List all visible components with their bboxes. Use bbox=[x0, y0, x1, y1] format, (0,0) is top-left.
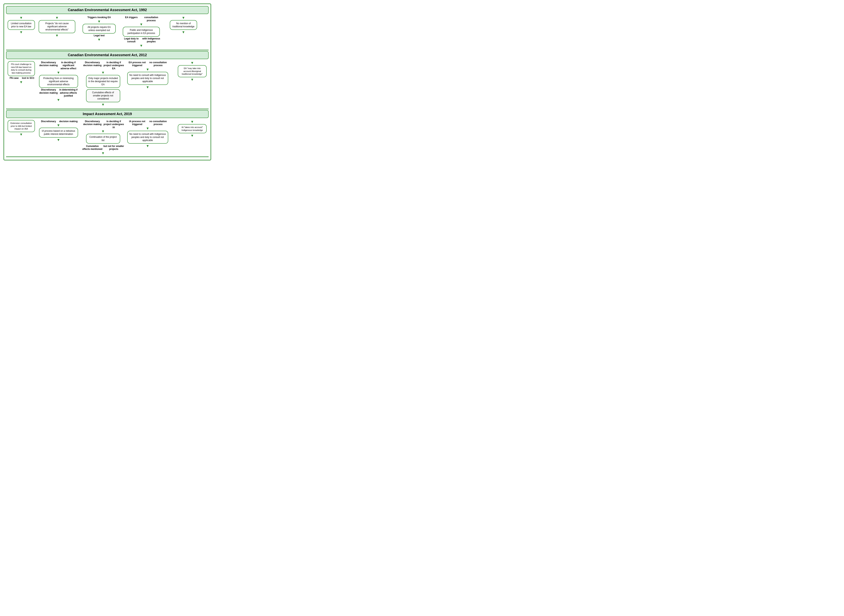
box-1992-col4: Public and Indigenous participation in E… bbox=[123, 27, 160, 37]
label-2012-deciding1: in deciding if significant adverse effec… bbox=[59, 61, 78, 70]
arrow-2019-col1-bottom: ▼ bbox=[19, 133, 23, 136]
arrow-2012-col2: ▼ bbox=[57, 71, 60, 74]
divider-2012-2019 bbox=[6, 109, 208, 109]
label-1992-col4-consult: consultation process bbox=[142, 16, 161, 22]
col4-2012: EA process not triggered no consultation… bbox=[127, 61, 169, 89]
label-2019-disc1: Discretionary bbox=[39, 120, 58, 123]
arrow-2012-col3: ▼ bbox=[101, 71, 105, 74]
col3-1992: Triggers invoking EA ▼ All projects requ… bbox=[78, 16, 120, 41]
box-2012-col4: No need to consult with Indigenous peopl… bbox=[127, 72, 168, 85]
box-2019-col1: Extensive consultation prior to IAA but … bbox=[7, 120, 35, 132]
label-2012-disc3: Discretionary decision making bbox=[82, 61, 103, 70]
box-2019-col5: IA "takes into account" Indigenous knowl… bbox=[178, 124, 207, 133]
col1-2012: FN court challenge to new EA law based o… bbox=[6, 61, 36, 84]
arrow-1992-col4-bottom: ▼ bbox=[139, 44, 143, 47]
arrow-2019-col4-bottom: ▼ bbox=[146, 144, 150, 148]
col2-2012-top-labels: Discretionary decision making in decidin… bbox=[39, 61, 78, 70]
label-2019-not-triggered: IA process not triggered bbox=[127, 120, 147, 126]
row-2019-body: Extensive consultation prior to IAA but … bbox=[6, 119, 208, 156]
arrow-2019-col4: ▼ bbox=[146, 127, 150, 130]
label-2019-no-consult: no consultation process bbox=[148, 120, 168, 126]
banner-2019: Impact Assessment Act, 2019 bbox=[6, 110, 208, 118]
arrow-2019-col2-bottom: ▼ bbox=[57, 138, 60, 142]
box-2012-col3-extra: Cumulative effects of smaller projects n… bbox=[86, 89, 120, 102]
col5-2019: ▼ IA "takes into account" Indigenous kno… bbox=[170, 120, 215, 138]
col4-1992: EA triggers consultation process ▼ Publi… bbox=[122, 16, 161, 47]
box-1992-col5: No mention of traditional knowledge bbox=[170, 20, 197, 30]
label-2012-disc1: Discretionary decision making bbox=[39, 61, 58, 70]
col2-2012-bottom-labels: Discretionary decision making in determi… bbox=[39, 88, 78, 98]
arrow-1992-col1-bottom: ▼ bbox=[19, 31, 23, 34]
label-2012-fn: FN case bbox=[10, 77, 19, 80]
arrow-1992-col4: ▼ bbox=[139, 23, 143, 26]
arrow-2012-col1-bottom: ▼ bbox=[19, 81, 23, 84]
row-1992-body: ▼ Limited consultation prior to new EA l… bbox=[6, 15, 208, 48]
banner-1992: Canadian Environmental Assessment Act, 1… bbox=[6, 6, 208, 14]
arrow-2019-col5: ▼ bbox=[191, 120, 194, 123]
arrow-1992-col3-bottom: ▼ bbox=[97, 38, 101, 41]
arrow-2019-col2: ▼ bbox=[57, 123, 60, 127]
arrow-1992-col5: ▼ bbox=[182, 16, 185, 19]
divider-1992-2012 bbox=[6, 50, 208, 50]
section-2012: Canadian Environmental Assessment Act, 2… bbox=[6, 51, 208, 107]
col3-2019: Discretionary decision making in decidin… bbox=[81, 120, 125, 155]
arrow-2012-col5: ▼ bbox=[191, 61, 194, 65]
arrow-2012-col4: ▼ bbox=[146, 68, 150, 71]
section-2019: Impact Assessment Act, 2019 Extensive co… bbox=[6, 110, 208, 156]
label-2012-no-consult: no consultation process bbox=[148, 61, 168, 67]
label-1992-col4-ea: EA triggers bbox=[122, 16, 141, 22]
box-2012-col3: Only major projects included in the desi… bbox=[86, 75, 120, 88]
col4-1992-top-labels: EA triggers consultation process bbox=[122, 16, 161, 22]
arrow-2019-col3-bottom: ▼ bbox=[101, 151, 105, 155]
label-1992-col4-indigenous: with Indigenous peoples bbox=[142, 37, 161, 43]
arrow-2019-col3: ▼ bbox=[101, 129, 105, 133]
col3-2012-top-labels: Discretionary decision making in decidin… bbox=[82, 61, 124, 70]
arrow-2019-col5-bottom: ▼ bbox=[191, 134, 194, 137]
box-1992-col2: Projects "do not cause significant adver… bbox=[39, 20, 75, 33]
col2-1992: ▼ Projects "do not cause significant adv… bbox=[37, 16, 76, 37]
label-2019-disc2: Discretionary decision making bbox=[82, 120, 103, 129]
section-1992: Canadian Environmental Assessment Act, 1… bbox=[6, 6, 208, 48]
box-2019-col2: IA process based on a nebulous public in… bbox=[39, 128, 78, 137]
box-2012-col2: Protecting from or minimizing significan… bbox=[39, 75, 78, 88]
col4-2019: IA process not triggered no consultation… bbox=[127, 120, 169, 148]
arrow-2012-col2-bottom: ▼ bbox=[57, 98, 60, 102]
col5-2012: ▼ EA "may take into account Aboriginal t… bbox=[170, 61, 215, 82]
box-2012-col1: FN court challenge to new EA law based o… bbox=[7, 61, 35, 76]
label-2012-scc: lost in SCC bbox=[22, 77, 34, 80]
label-1992-col3-top: Triggers invoking EA bbox=[87, 16, 111, 19]
label-1992-col3-bottom: Legal test bbox=[94, 34, 104, 37]
box-2019-col4: No need to consult with Indigenous peopl… bbox=[127, 131, 168, 144]
box-2019-col3: Continuation of the project list bbox=[86, 133, 120, 144]
col3-2012: Discretionary decision making in decidin… bbox=[81, 61, 125, 106]
label-2019-smaller: but not for smaller projects bbox=[103, 145, 124, 151]
row-2012-body: FN court challenge to new EA law based o… bbox=[6, 60, 208, 107]
arrow-1992-col2: ▼ bbox=[55, 16, 59, 19]
col1-1992: ▼ Limited consultation prior to new EA l… bbox=[6, 16, 36, 34]
box-1992-col3: All projects require EA unless exempted … bbox=[82, 24, 116, 34]
arrow-1992-col1: ▼ bbox=[19, 16, 23, 19]
label-2012-deciding2: in deciding if project undergoes EA bbox=[103, 61, 124, 70]
arrow-1992-col2-bottom: ▼ bbox=[55, 34, 59, 37]
col2-2012: Discretionary decision making in decidin… bbox=[37, 61, 79, 102]
arrow-2012-col5-bottom: ▼ bbox=[191, 78, 194, 81]
col5-1992: ▼ No mention of traditional knowledge ▼ bbox=[162, 16, 205, 34]
banner-2012: Canadian Environmental Assessment Act, 2… bbox=[6, 51, 208, 59]
label-2012-disc2: Discretionary decision making bbox=[39, 88, 58, 98]
label-1992-col4-legal: Legal duty to consult bbox=[122, 37, 141, 43]
label-2019-dec2: in deciding if project undergoes IA bbox=[103, 120, 124, 129]
col4-1992-bottom-labels: Legal duty to consult with Indigenous pe… bbox=[122, 37, 161, 43]
arrow-2012-col3-bottom: ▼ bbox=[101, 103, 105, 106]
box-1992-col1: Limited consultation prior to new EA law bbox=[7, 20, 35, 30]
bottom-line bbox=[6, 157, 208, 157]
arrow-1992-col5-bottom: ▼ bbox=[182, 31, 185, 34]
label-2019-cumul: Cumulative effects mentioned bbox=[82, 145, 103, 151]
label-2012-not-triggered: EA process not triggered bbox=[127, 61, 147, 67]
col2-2019: Discretionary decision making ▼ IA proce… bbox=[37, 120, 79, 142]
box-2012-col5: EA "may take into account Aboriginal tra… bbox=[178, 65, 207, 78]
label-2012-determining: in determining if adverse effects justif… bbox=[59, 88, 78, 98]
label-2019-dec1: decision making bbox=[59, 120, 78, 123]
arrow-2012-col4-bottom: ▼ bbox=[146, 85, 150, 89]
arrow-1992-col3: ▼ bbox=[97, 20, 101, 23]
col1-2019: Extensive consultation prior to IAA but … bbox=[6, 120, 36, 136]
